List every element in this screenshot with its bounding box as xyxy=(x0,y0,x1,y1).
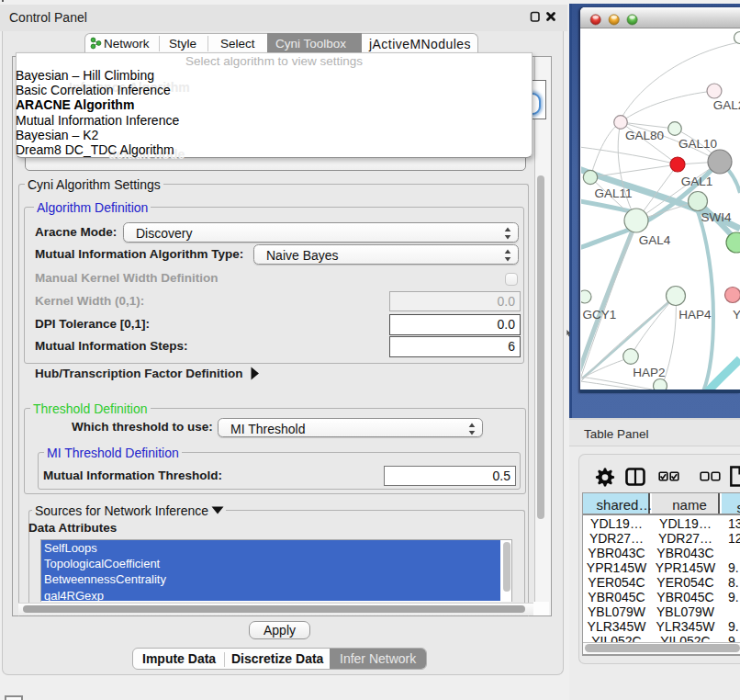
svg-text:GAL4: GAL4 xyxy=(639,233,671,247)
svg-text:GAL80: GAL80 xyxy=(625,129,664,142)
svg-text:GAL2: GAL2 xyxy=(713,98,740,112)
svg-text:GAL1: GAL1 xyxy=(681,175,713,188)
svg-text:HAP2: HAP2 xyxy=(633,366,665,379)
svg-text:GAL10: GAL10 xyxy=(678,137,717,151)
svg-text:YJ: YJ xyxy=(733,308,740,322)
svg-text:HAP4: HAP4 xyxy=(678,308,712,322)
svg-text:GCY1: GCY1 xyxy=(583,308,617,322)
svg-text:SWI4: SWI4 xyxy=(701,210,731,224)
svg-text:GAL11: GAL11 xyxy=(594,186,632,200)
